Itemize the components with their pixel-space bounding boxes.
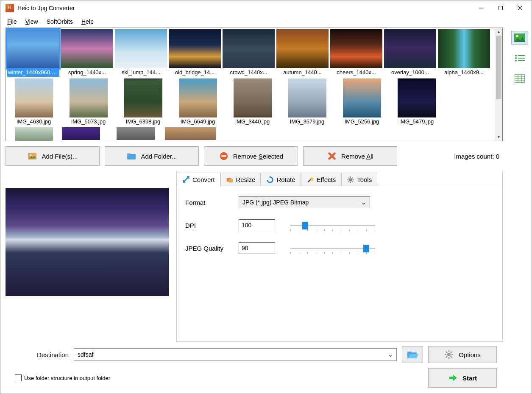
- start-button[interactable]: Start: [428, 368, 497, 388]
- thumb-item[interactable]: alpha_1440x9...: [438, 29, 490, 77]
- options-button[interactable]: Options: [428, 346, 497, 363]
- thumb-label: IMG_3440.jpg: [226, 117, 279, 126]
- thumb-image: [169, 29, 221, 68]
- scroll-up-icon[interactable]: ▲: [495, 28, 502, 36]
- thumb-item[interactable]: IMG_5256.jpg: [335, 78, 388, 126]
- dpi-input[interactable]: [239, 219, 275, 231]
- remove-all-button[interactable]: Remove All: [303, 146, 397, 166]
- menu-softorbits[interactable]: SoftOrbits: [43, 17, 76, 26]
- thumb-item[interactable]: IMG_4630.jpg: [7, 78, 60, 126]
- thumb-item[interactable]: IMG_6649.jpg: [171, 78, 224, 126]
- gear-icon: [444, 350, 454, 359]
- thumb-label: overlay_1000...: [384, 68, 436, 76]
- thumb-item[interactable]: old_bridge_14...: [169, 29, 221, 77]
- thumb-item[interactable]: IMG_3579.jpg: [281, 78, 334, 126]
- menu-view[interactable]: View: [22, 17, 42, 26]
- image-view-icon: [514, 34, 525, 42]
- thumb-label: IMG_5256.jpg: [335, 117, 388, 126]
- minimize-button[interactable]: [471, 2, 491, 14]
- button-label: Remove Selected: [233, 153, 283, 160]
- thumb-item[interactable]: IMG_3711.jpg: [7, 127, 60, 141]
- browse-button[interactable]: [402, 346, 423, 363]
- folder-structure-checkbox[interactable]: [15, 374, 22, 381]
- tab-resize[interactable]: Resize: [220, 173, 261, 186]
- thumb-partial[interactable]: [165, 127, 216, 140]
- add-folder-button[interactable]: Add Folder...: [105, 146, 199, 166]
- quality-input[interactable]: [239, 242, 275, 254]
- slider-thumb[interactable]: [302, 222, 308, 229]
- play-icon: [448, 373, 457, 383]
- tabs-panel: Convert Resize Rotate Effects Tools Form…: [176, 171, 503, 342]
- svg-line-15: [348, 177, 350, 179]
- close-button[interactable]: [510, 2, 530, 14]
- svg-point-19: [447, 353, 451, 356]
- menubar: File View SoftOrbits Help: [0, 16, 532, 28]
- thumbnail-gallery[interactable]: winter_1440x960.heic spring_1440x... ski…: [6, 28, 495, 141]
- details-view-button[interactable]: [511, 72, 528, 85]
- thumb-item[interactable]: overlay_1000...: [384, 29, 436, 77]
- thumb-image: [70, 78, 108, 117]
- thumb-item[interactable]: autumn_1440...: [276, 29, 329, 77]
- thumb-item[interactable]: ski_jump_144...: [115, 29, 167, 77]
- scroll-down-icon[interactable]: ▼: [495, 133, 502, 141]
- tab-header: Convert Resize Rotate Effects Tools: [177, 171, 502, 186]
- preview-pane: [6, 171, 169, 342]
- thumb-item[interactable]: IMG_3440.jpg: [226, 78, 279, 126]
- center-column: winter_1440x960.heic spring_1440x... ski…: [0, 28, 508, 394]
- thumb-image: [438, 29, 490, 68]
- rotate-icon: [266, 176, 274, 184]
- thumb-item[interactable]: IMG_6398.jpg: [117, 78, 170, 126]
- thumb-label: IMG_4630.jpg: [7, 117, 60, 126]
- gallery-scrollbar[interactable]: ▲ ▼: [495, 28, 502, 141]
- tab-rotate[interactable]: Rotate: [261, 173, 301, 186]
- tab-effects[interactable]: Effects: [301, 173, 342, 186]
- maximize-button[interactable]: [491, 2, 510, 14]
- thumb-item[interactable]: cheers_1440x...: [330, 29, 382, 77]
- svg-point-10: [349, 178, 352, 181]
- svg-point-5: [30, 154, 32, 156]
- folder-icon: [126, 151, 136, 161]
- svg-point-30: [515, 55, 517, 56]
- menu-file[interactable]: File: [4, 17, 20, 26]
- thumb-item[interactable]: IMG_5479.jpg: [390, 78, 443, 126]
- button-label: Start: [462, 374, 477, 382]
- thumb-item[interactable]: crowd_1440x...: [223, 29, 275, 77]
- thumb-partial[interactable]: [117, 127, 155, 140]
- tab-body-convert: Format JPG (*.jpg) JPEG Bitmap ⌄ DPI: [177, 186, 502, 341]
- slider-ticks: [290, 252, 375, 254]
- thumb-item[interactable]: winter_1440x960.heic: [7, 29, 59, 77]
- button-label: Add Folder...: [141, 153, 177, 160]
- thumb-image: [398, 78, 436, 117]
- svg-point-31: [515, 57, 517, 59]
- quality-slider[interactable]: [290, 244, 375, 252]
- add-files-button[interactable]: Add File(s)...: [6, 146, 100, 166]
- thumb-label: old_bridge_14...: [169, 68, 221, 76]
- dpi-slider[interactable]: [290, 221, 375, 229]
- thumbnails-view-button[interactable]: [511, 31, 528, 45]
- svg-line-25: [451, 356, 452, 358]
- delete-icon: [327, 151, 337, 161]
- format-select[interactable]: JPG (*.jpg) JPEG Bitmap ⌄: [239, 196, 370, 208]
- effects-icon: [306, 176, 314, 184]
- thumb-image: [15, 78, 53, 117]
- tab-convert[interactable]: Convert: [177, 173, 220, 186]
- remove-selected-button[interactable]: Remove Selected: [204, 146, 298, 166]
- tab-tools[interactable]: Tools: [341, 173, 377, 186]
- thumb-item[interactable]: IMG_5073.jpg: [62, 78, 115, 126]
- slider-thumb[interactable]: [363, 245, 369, 252]
- thumb-partial[interactable]: [62, 127, 100, 140]
- list-view-button[interactable]: [511, 51, 528, 65]
- chevron-down-icon: ⌄: [361, 199, 366, 206]
- convert-icon: [182, 176, 190, 183]
- window-title: Heic to Jpg Converter: [17, 5, 75, 11]
- menu-help[interactable]: Help: [78, 17, 97, 26]
- action-toolbar: Add File(s)... Add Folder... Remove Sele…: [6, 141, 503, 171]
- svg-point-32: [515, 60, 517, 61]
- thumb-item[interactable]: spring_1440x...: [61, 29, 113, 77]
- thumb-image: [179, 78, 217, 117]
- thumb-image: [276, 29, 329, 68]
- scroll-thumb[interactable]: [496, 36, 501, 99]
- image-icon: [27, 151, 37, 161]
- destination-input[interactable]: sdfsaf ⌄: [74, 348, 397, 361]
- slider-track: [290, 248, 375, 249]
